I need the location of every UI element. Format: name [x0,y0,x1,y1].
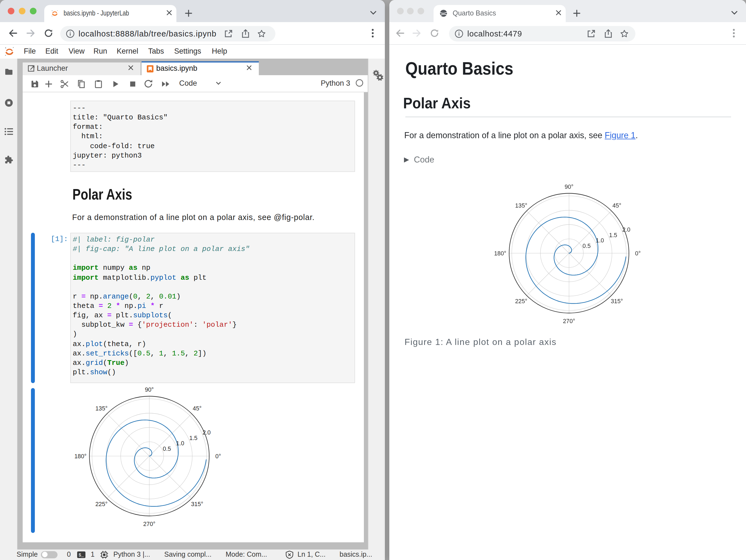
svg-text:135°: 135° [515,202,527,209]
svg-text:0°: 0° [215,453,221,460]
svg-text:315°: 315° [611,298,623,304]
svg-text:315°: 315° [191,501,203,507]
svg-text:0.5: 0.5 [163,446,171,452]
svg-text:90°: 90° [565,183,573,190]
svg-text:0.5: 0.5 [582,243,591,249]
svg-text:90°: 90° [145,386,153,393]
svg-text:1.5: 1.5 [609,232,617,238]
svg-text:270°: 270° [143,521,155,527]
svg-text:1.0: 1.0 [596,237,604,243]
svg-text:45°: 45° [612,202,621,209]
svg-text:225°: 225° [515,298,527,304]
svg-text:225°: 225° [95,501,107,507]
svg-text:1.0: 1.0 [176,440,184,446]
svg-text:180°: 180° [74,453,86,460]
svg-text:1.5: 1.5 [189,435,197,441]
svg-text:180°: 180° [494,250,506,257]
svg-text:$_: $_ [79,553,84,558]
svg-text:2.0: 2.0 [622,226,630,233]
svg-text:45°: 45° [193,405,201,412]
svg-text:135°: 135° [95,405,107,412]
svg-text:0°: 0° [635,250,641,257]
svg-text:2.0: 2.0 [202,429,210,436]
svg-text:270°: 270° [563,318,575,324]
